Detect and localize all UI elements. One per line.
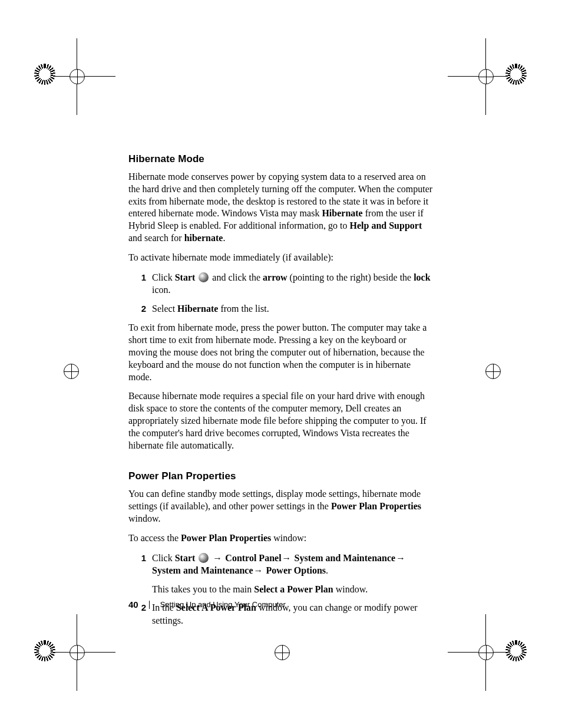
text: . bbox=[223, 233, 225, 243]
bold-text: Hibernate bbox=[322, 208, 362, 218]
paragraph: Because hibernate mode requires a specia… bbox=[128, 390, 435, 452]
step-number: 1 bbox=[128, 552, 152, 564]
registration-mark bbox=[478, 357, 507, 385]
step-text: Select Hibernate from the list. bbox=[152, 302, 435, 315]
text: and click the bbox=[210, 272, 263, 282]
page-footer: 40 Setting Up and Using Your Computer bbox=[128, 599, 286, 610]
heading-power-plan: Power Plan Properties bbox=[128, 470, 435, 482]
registration-wheel bbox=[34, 640, 55, 661]
registration-wheel bbox=[505, 64, 527, 85]
paragraph: Hibernate mode conserves power by copyin… bbox=[128, 171, 435, 245]
step-text: Click Start → Control Panel→ System and … bbox=[152, 552, 435, 596]
bold-text: Power Plan Properties bbox=[181, 533, 271, 543]
bold-text: System and Maintenance bbox=[152, 565, 253, 575]
bold-text: Power Plan Properties bbox=[331, 501, 421, 511]
footer-divider bbox=[149, 601, 150, 609]
text: window: bbox=[271, 533, 306, 543]
bold-text: hibernate bbox=[184, 233, 223, 243]
bold-text: Start bbox=[175, 272, 196, 282]
paragraph: To activate hibernate mode immediately (… bbox=[128, 252, 435, 264]
bold-text: lock bbox=[414, 272, 430, 282]
paragraph: To exit from hibernate mode, press the p… bbox=[128, 322, 435, 383]
bold-text: Hibernate bbox=[177, 304, 218, 314]
arrow-icon: → bbox=[253, 565, 264, 575]
steps-list: 1 Click Start and click the arrow (point… bbox=[128, 271, 435, 315]
registration-mark bbox=[471, 638, 500, 666]
paragraph: You can define standby mode settings, di… bbox=[128, 488, 435, 525]
step-number: 1 bbox=[128, 271, 152, 284]
registration-mark bbox=[62, 638, 91, 666]
step-number: 2 bbox=[128, 302, 152, 315]
step-item: 2 Select Hibernate from the list. bbox=[128, 302, 435, 315]
bold-text: Help and Support bbox=[350, 220, 422, 230]
text: from the list. bbox=[218, 304, 269, 314]
bold-text: Start bbox=[175, 553, 196, 563]
steps-list: 1 Click Start → Control Panel→ System an… bbox=[128, 552, 435, 627]
text: (pointing to the right) beside the bbox=[287, 272, 414, 282]
registration-mark bbox=[57, 357, 85, 385]
arrow-icon: → bbox=[282, 553, 292, 563]
text: This takes you to the main bbox=[152, 584, 254, 594]
footer-title: Setting Up and Using Your Computer bbox=[160, 600, 286, 609]
text: window. bbox=[333, 584, 368, 594]
arrow-icon: → bbox=[212, 553, 223, 563]
registration-mark bbox=[267, 638, 296, 666]
step-item: 1 Click Start → Control Panel→ System an… bbox=[128, 552, 435, 596]
step-text: Click Start and click the arrow (pointin… bbox=[152, 271, 435, 297]
text: window. bbox=[128, 513, 161, 523]
text: and search for bbox=[128, 233, 184, 243]
text: Click bbox=[152, 553, 175, 563]
text: To access the bbox=[128, 533, 181, 543]
bold-text: Power Options bbox=[264, 565, 326, 575]
bold-text: System and Maintenance bbox=[292, 553, 396, 563]
step-item: 1 Click Start and click the arrow (point… bbox=[128, 271, 435, 297]
registration-wheel bbox=[505, 640, 527, 661]
text: Select bbox=[152, 304, 177, 314]
registration-wheel bbox=[34, 64, 55, 85]
registration-mark bbox=[62, 62, 91, 90]
page-number: 40 bbox=[128, 599, 138, 610]
bold-text: Control Panel bbox=[223, 553, 281, 563]
registration-mark bbox=[471, 62, 500, 90]
arrow-icon: → bbox=[395, 553, 406, 563]
bold-text: arrow bbox=[263, 272, 287, 282]
windows-orb-icon bbox=[199, 553, 209, 563]
page-body: Hibernate Mode Hibernate mode conserves … bbox=[128, 153, 435, 634]
text: . bbox=[326, 565, 328, 575]
paragraph: To access the Power Plan Properties wind… bbox=[128, 532, 435, 545]
bold-text: Select a Power Plan bbox=[254, 584, 333, 594]
text: Click bbox=[152, 272, 175, 282]
text: icon. bbox=[152, 285, 171, 295]
heading-hibernate-mode: Hibernate Mode bbox=[128, 153, 435, 165]
windows-orb-icon bbox=[199, 272, 209, 282]
